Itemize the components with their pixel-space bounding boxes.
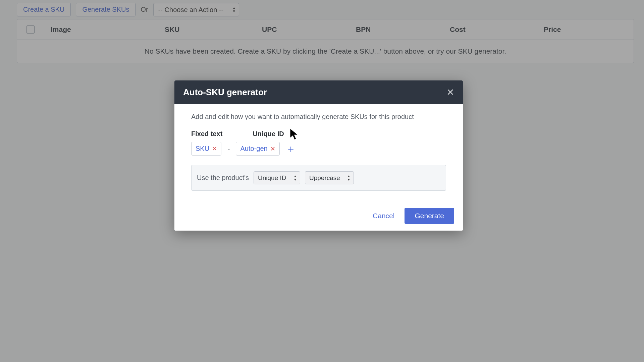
remove-token-icon[interactable]: ✕ [212,145,217,153]
modal-title: Auto-SKU generator [183,87,267,98]
close-icon[interactable]: ✕ [446,88,454,97]
modal-body: Add and edit how you want to automatical… [174,104,463,201]
label-fixed-text: Fixed text [191,130,222,138]
modal-header: Auto-SKU generator ✕ [174,80,463,104]
auto-sku-modal: Auto-SKU generator ✕ Add and edit how yo… [174,80,463,231]
modal-description: Add and edit how you want to automatical… [191,113,446,121]
token-separator: - [227,144,230,153]
label-unique-id: Unique ID [253,130,284,138]
token-fixed-text-label: SKU [196,145,209,153]
token-config-box: Use the product's Unique ID Uppercase [191,165,446,191]
cancel-button[interactable]: Cancel [373,208,394,224]
config-prefix-text: Use the product's [197,174,249,182]
token-fixed-text[interactable]: SKU ✕ [191,142,221,156]
token-unique-id-label: Auto-gen [240,145,267,153]
token-labels-row: Fixed text Unique ID [191,130,446,138]
tokens-row: SKU ✕ - Auto-gen ✕ ＋ [191,142,446,156]
case-select[interactable]: Uppercase [305,171,354,184]
remove-token-icon[interactable]: ✕ [270,145,275,153]
source-select[interactable]: Unique ID [254,171,300,184]
token-unique-id[interactable]: Auto-gen ✕ [236,142,279,156]
add-token-icon[interactable]: ＋ [286,144,296,154]
generate-button[interactable]: Generate [405,208,454,224]
modal-footer: Cancel Generate [174,201,463,231]
